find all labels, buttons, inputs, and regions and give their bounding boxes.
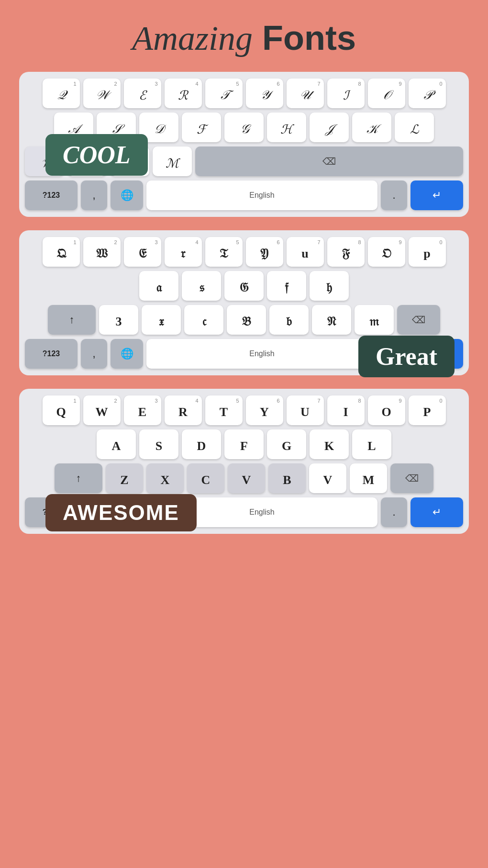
keyboard-2-row3: ↑ 3 𝔵 𝔠 𝔅 𝔟 𝔑 𝔪 ⌫ <box>25 305 463 335</box>
key-w1[interactable]: 2𝒲 <box>83 79 121 108</box>
key-f1[interactable]: ℱ <box>182 113 221 142</box>
key-r2[interactable]: 4𝔯 <box>165 237 202 267</box>
shift-2[interactable]: ↑ <box>48 305 96 335</box>
keyboard-1-row1: 1𝒬 2𝒲 3ℰ 4ℛ 5𝒯 6𝒴 7𝒰 8ℐ 9𝒪 0𝒫 <box>25 79 463 108</box>
key-b2b[interactable]: 𝔟 <box>269 305 309 335</box>
key-a2[interactable]: 𝔞 <box>139 271 178 301</box>
comma-key-2[interactable]: , <box>81 339 107 369</box>
globe-key-1[interactable]: 🌐 <box>111 180 143 210</box>
key-o2[interactable]: 9𝔒 <box>368 237 405 267</box>
period-key-1[interactable]: . <box>381 180 407 210</box>
key-i1[interactable]: 8ℐ <box>327 79 365 108</box>
key-y1[interactable]: 6𝒴 <box>246 79 283 108</box>
badge-awesome: AWESOME <box>45 494 197 531</box>
key-g3[interactable]: G <box>267 429 306 459</box>
key-y2[interactable]: 6𝔜 <box>246 237 283 267</box>
space-key-2[interactable]: English <box>146 339 377 369</box>
badge-great-text: Great <box>376 343 437 370</box>
key-v3b[interactable]: V <box>309 463 346 493</box>
key-m2[interactable]: 𝔪 <box>355 305 394 335</box>
keyboard-3: AWESOME 1Q 2W 3E 4R 5T 6Y 7U 8I 9O 0P A … <box>19 389 469 534</box>
key-m3[interactable]: M <box>350 463 387 493</box>
return-key-1[interactable]: ↵ <box>410 180 463 210</box>
key-n2[interactable]: 𝔑 <box>312 305 351 335</box>
key-t2[interactable]: 5𝔗 <box>205 237 243 267</box>
key-g2[interactable]: 𝔊 <box>224 271 264 301</box>
key-s2[interactable]: 𝔰 <box>182 271 221 301</box>
key-o1[interactable]: 9𝒪 <box>368 79 405 108</box>
title-bold: Fonts <box>262 19 356 57</box>
key-l1[interactable]: ℒ <box>395 113 434 142</box>
key-f2b[interactable]: 𝔣 <box>267 271 306 301</box>
badge-awesome-text: AWESOME <box>63 501 179 524</box>
key-e3[interactable]: 3E <box>124 395 161 425</box>
keyboard-3-row1: 1Q 2W 3E 4R 5T 6Y 7U 8I 9O 0P <box>25 395 463 425</box>
key-t1[interactable]: 5𝒯 <box>205 79 243 108</box>
key-u1[interactable]: 7𝒰 <box>287 79 324 108</box>
key-j1[interactable]: 𝒥 <box>310 113 349 142</box>
key-p2[interactable]: 0p <box>409 237 446 267</box>
keyboard-1: COOL 1𝒬 2𝒲 3ℰ 4ℛ 5𝒯 6𝒴 7𝒰 8ℐ 9𝒪 0𝒫 𝒜 𝒮 𝒟… <box>19 72 469 217</box>
num-key-2[interactable]: ?123 <box>25 339 78 369</box>
key-p1[interactable]: 0𝒫 <box>409 79 446 108</box>
key-p3[interactable]: 0P <box>409 395 446 425</box>
badge-great: Great <box>358 336 455 377</box>
key-g1[interactable]: 𝒢 <box>224 113 264 142</box>
page-title: Amazing Fonts <box>132 19 356 57</box>
key-q3[interactable]: 1Q <box>43 395 80 425</box>
key-f2[interactable]: 8𝔉 <box>327 237 365 267</box>
badge-cool: COOL <box>45 134 148 176</box>
key-b2a[interactable]: 𝔅 <box>227 305 266 335</box>
key-3-2[interactable]: 3 <box>99 305 138 335</box>
key-c3[interactable]: C <box>187 463 224 493</box>
key-f3[interactable]: F <box>224 429 264 459</box>
key-k1[interactable]: 𝒦 <box>352 113 391 142</box>
return-key-3[interactable]: ↵ <box>410 497 463 527</box>
key-a3[interactable]: A <box>97 429 136 459</box>
key-o3[interactable]: 9O <box>368 395 405 425</box>
backspace-1[interactable]: ⌫ <box>195 147 463 176</box>
num-key-1[interactable]: ?123 <box>25 180 78 210</box>
key-u3[interactable]: 7U <box>287 395 324 425</box>
keyboard-2: Great 1𝔔 2𝔚 3𝔈 4𝔯 5𝔗 6𝔜 7u 8𝔉 9𝔒 0p 𝔞 𝔰 … <box>19 230 469 375</box>
key-e1[interactable]: 3ℰ <box>124 79 161 108</box>
shift-3[interactable]: ↑ <box>55 463 102 493</box>
key-w3[interactable]: 2W <box>83 395 121 425</box>
key-x3[interactable]: X <box>146 463 184 493</box>
key-t3[interactable]: 5T <box>205 395 243 425</box>
backspace-3[interactable]: ⌫ <box>390 463 433 493</box>
key-z3[interactable]: Z <box>106 463 143 493</box>
keyboard-3-row2: A S D F G K L <box>25 429 463 459</box>
keyboard-3-row3: ↑ Z X C V B V M ⌫ <box>25 463 463 493</box>
key-l3[interactable]: L <box>352 429 391 459</box>
globe-key-2[interactable]: 🌐 <box>111 339 143 369</box>
key-v3a[interactable]: V <box>228 463 265 493</box>
keyboard-2-row2: 𝔞 𝔰 𝔊 𝔣 𝔥 <box>25 271 463 301</box>
badge-cool-text: COOL <box>63 141 131 169</box>
key-x2[interactable]: 𝔵 <box>142 305 181 335</box>
key-i3[interactable]: 8I <box>327 395 365 425</box>
key-c2[interactable]: 𝔠 <box>184 305 223 335</box>
key-q1[interactable]: 1𝒬 <box>43 79 80 108</box>
key-s3[interactable]: S <box>139 429 178 459</box>
key-r3[interactable]: 4R <box>165 395 202 425</box>
space-key-1[interactable]: English <box>146 180 377 210</box>
comma-key-1[interactable]: , <box>81 180 107 210</box>
backspace-2[interactable]: ⌫ <box>397 305 440 335</box>
key-q2[interactable]: 1𝔔 <box>43 237 80 267</box>
key-u2[interactable]: 7u <box>287 237 324 267</box>
key-y3[interactable]: 6Y <box>246 395 283 425</box>
keyboard-2-row1: 1𝔔 2𝔚 3𝔈 4𝔯 5𝔗 6𝔜 7u 8𝔉 9𝔒 0p <box>25 237 463 267</box>
key-r1[interactable]: 4ℛ <box>165 79 202 108</box>
key-b3[interactable]: B <box>268 463 306 493</box>
key-h1[interactable]: ℋ <box>267 113 306 142</box>
key-m1[interactable]: ℳ <box>153 147 192 176</box>
key-w2[interactable]: 2𝔚 <box>83 237 121 267</box>
period-key-3[interactable]: . <box>381 497 407 527</box>
key-e2[interactable]: 3𝔈 <box>124 237 161 267</box>
key-h2[interactable]: 𝔥 <box>310 271 349 301</box>
keyboard-1-bottom: ?123 , 🌐 English . ↵ <box>25 180 463 210</box>
key-d3[interactable]: D <box>182 429 221 459</box>
key-k3[interactable]: K <box>310 429 349 459</box>
title-script: Amazing <box>132 19 253 57</box>
